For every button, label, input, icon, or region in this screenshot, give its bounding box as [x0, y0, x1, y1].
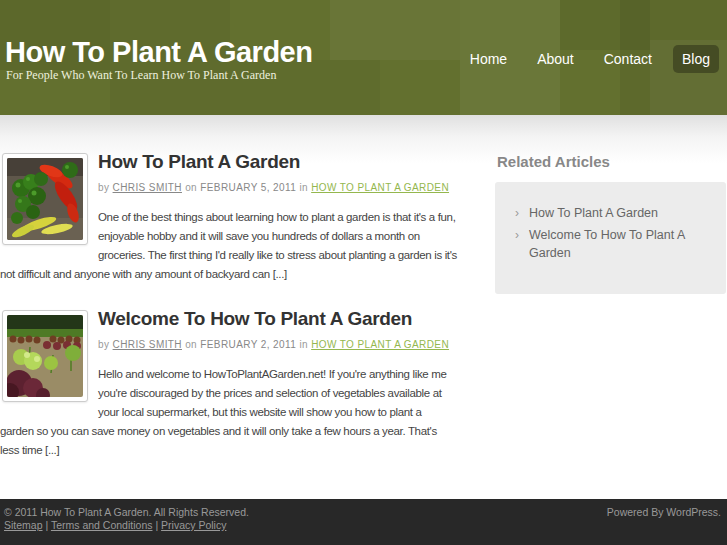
byline-on-label: on	[185, 339, 197, 350]
related-article-item[interactable]: › Welcome To How To Plant A Garden	[515, 226, 712, 262]
nav-item-contact[interactable]: Contact	[595, 45, 661, 73]
related-articles-list: › How To Plant A Garden › Welcome To How…	[515, 204, 712, 262]
byline-in-label: in	[299, 339, 308, 350]
privacy-link[interactable]: Privacy Policy	[161, 519, 226, 531]
nav-link-contact[interactable]: Contact	[595, 45, 661, 73]
posts-column: How To Plant A Garden by CHRIS SMITH on …	[0, 151, 458, 499]
category-link[interactable]: HOW TO PLANT A GARDEN	[311, 339, 449, 350]
link-separator: |	[155, 519, 158, 531]
related-articles-box: › How To Plant A Garden › Welcome To How…	[495, 182, 726, 294]
nav-item-blog[interactable]: Blog	[673, 45, 719, 73]
post-item: How To Plant A Garden by CHRIS SMITH on …	[0, 151, 458, 284]
nav-link-blog[interactable]: Blog	[673, 45, 719, 73]
related-articles-heading: Related Articles	[497, 153, 727, 170]
site-header: How To Plant A Garden For People Who Wan…	[0, 0, 727, 115]
byline-by-label: by	[98, 339, 109, 350]
nav-item-home[interactable]: Home	[461, 45, 516, 73]
byline-on-label: on	[185, 182, 197, 193]
site-footer: © 2011 How To Plant A Garden. All Rights…	[0, 499, 727, 545]
powered-by-text: Powered By WordPress.	[607, 506, 721, 519]
site-title[interactable]: How To Plant A Garden	[5, 36, 312, 69]
related-article-link[interactable]: How To Plant A Garden	[529, 206, 658, 220]
nav-link-about[interactable]: About	[528, 45, 583, 73]
sidebar: Related Articles › How To Plant A Garden…	[495, 151, 727, 499]
category-link[interactable]: HOW TO PLANT A GARDEN	[311, 182, 449, 193]
byline-in-label: in	[299, 182, 308, 193]
footer-links: Sitemap | Terms and Conditions | Privacy…	[4, 519, 249, 532]
garden-rows-photo	[7, 315, 83, 397]
nav-item-about[interactable]: About	[528, 45, 583, 73]
related-article-item[interactable]: › How To Plant A Garden	[515, 204, 712, 222]
related-article-link[interactable]: Welcome To How To Plant A Garden	[529, 228, 685, 260]
peppers-photo	[7, 158, 83, 240]
arrow-bullet-icon: ›	[515, 226, 519, 244]
copyright-text: © 2011 How To Plant A Garden. All Rights…	[4, 506, 249, 519]
main-content-area: How To Plant A Garden by CHRIS SMITH on …	[0, 115, 727, 499]
sitemap-link[interactable]: Sitemap	[4, 519, 43, 531]
author-link[interactable]: CHRIS SMITH	[113, 182, 182, 193]
post-date: FEBRUARY 5, 2011	[200, 182, 296, 193]
post-thumbnail[interactable]	[2, 153, 88, 245]
post-date: FEBRUARY 2, 2011	[200, 339, 296, 350]
post-thumbnail[interactable]	[2, 310, 88, 402]
arrow-bullet-icon: ›	[515, 204, 519, 222]
terms-link[interactable]: Terms and Conditions	[51, 519, 153, 531]
link-separator: |	[45, 519, 48, 531]
main-nav: Home About Contact Blog	[461, 45, 719, 73]
post-item: Welcome To How To Plant A Garden by CHRI…	[0, 308, 458, 460]
site-tagline: For People Who Want To Learn How To Plan…	[6, 68, 276, 83]
footer-left: © 2011 How To Plant A Garden. All Rights…	[4, 506, 249, 532]
column-gap	[458, 151, 495, 499]
author-link[interactable]: CHRIS SMITH	[113, 339, 182, 350]
header-texture-patch	[330, 0, 460, 60]
header-texture-patch	[560, 0, 650, 50]
byline-by-label: by	[98, 182, 109, 193]
nav-link-home[interactable]: Home	[461, 45, 516, 73]
